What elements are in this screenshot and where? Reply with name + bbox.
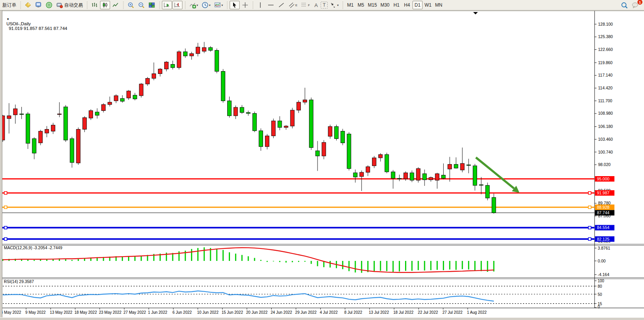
label-tool-glyph: T <box>323 2 326 8</box>
svg-text:9 May 2022: 9 May 2022 <box>25 310 46 315</box>
toolbar-separator <box>86 1 88 9</box>
periods-button[interactable]: ▾ <box>200 1 212 9</box>
timeframe-M15[interactable]: M15 <box>366 1 378 9</box>
zoom-in-icon[interactable] <box>126 1 136 9</box>
window-bottom-edge <box>0 317 644 320</box>
svg-text:125.380: 125.380 <box>598 34 613 39</box>
svg-text:98.020: 98.020 <box>598 162 611 167</box>
svg-text:91.987: 91.987 <box>597 191 609 195</box>
svg-text:106.180: 106.180 <box>598 124 613 129</box>
toolbar-separator <box>19 1 22 9</box>
channel-tool-icon[interactable]: E <box>287 1 299 9</box>
svg-text:114.420: 114.420 <box>598 86 612 90</box>
bar-chart-icon[interactable] <box>89 1 100 9</box>
svg-text:18 Jul 2022: 18 Jul 2022 <box>393 310 414 315</box>
svg-text:4 May 2022: 4 May 2022 <box>1 310 21 315</box>
timeframe-MN[interactable]: MN <box>433 1 444 9</box>
candlestick-chart-icon[interactable] <box>100 1 110 9</box>
svg-text:111.700: 111.700 <box>598 98 612 103</box>
svg-text:13 Jul 2022: 13 Jul 2022 <box>369 310 389 315</box>
timeframe-H1[interactable]: H1 <box>391 1 402 9</box>
indicators-button[interactable]: ▾ <box>188 1 200 9</box>
tile-windows-icon[interactable] <box>147 1 157 9</box>
market-watch-icon[interactable] <box>23 1 33 9</box>
timeframe-D1[interactable]: D1 <box>412 1 423 9</box>
svg-text:1 Jun 2022: 1 Jun 2022 <box>148 310 167 315</box>
arrows-tool-icon[interactable]: ▾ <box>328 1 340 9</box>
timeframe-W1[interactable]: W1 <box>423 1 433 9</box>
toolbar-separator <box>184 1 186 9</box>
chart-shift-icon[interactable] <box>172 1 182 9</box>
svg-text:18 May 2022: 18 May 2022 <box>74 310 97 315</box>
chevron-down-icon: ▾ <box>337 3 339 7</box>
fibonacci-tool-icon[interactable]: F <box>299 1 311 9</box>
signals-icon[interactable] <box>44 1 54 9</box>
svg-text:10 Jun 2022: 10 Jun 2022 <box>197 310 218 315</box>
svg-text:82.125: 82.125 <box>597 237 609 241</box>
toolbar-separator <box>122 1 125 9</box>
chevron-down-icon: ▾ <box>221 3 223 7</box>
svg-text:22 Jul 2022: 22 Jul 2022 <box>418 310 438 315</box>
svg-text:4 Jul 2022: 4 Jul 2022 <box>320 310 338 315</box>
svg-text:88.928: 88.928 <box>597 205 609 210</box>
zoom-out-icon[interactable] <box>136 1 146 9</box>
svg-text:80: 80 <box>598 284 602 289</box>
svg-text:8 Jul 2022: 8 Jul 2022 <box>344 310 363 315</box>
svg-text:24 Jun 2022: 24 Jun 2022 <box>271 310 292 315</box>
auto-scroll-icon[interactable] <box>162 1 172 9</box>
cursor-tool-icon[interactable] <box>230 1 240 9</box>
svg-text:27 Jul 2022: 27 Jul 2022 <box>442 310 463 315</box>
channel-tag: E <box>295 3 297 7</box>
svg-text:100: 100 <box>598 279 604 283</box>
fibo-tag: F <box>308 3 310 7</box>
toolbar-separator <box>341 1 344 9</box>
symbol-dropdown-icon[interactable]: ▼ <box>6 17 9 21</box>
macd-indicator-label: MACD(12,26,9) -3.2054 -2.7449 <box>4 245 62 250</box>
text-tool-glyph: A <box>314 2 318 8</box>
horizontal-line-tool-icon[interactable] <box>266 1 276 9</box>
main-toolbar: 新订单 自动交易 ▾ ▾ <box>0 0 644 10</box>
timeframe-M30[interactable]: M30 <box>379 1 391 9</box>
templates-button[interactable]: ▾ <box>212 1 225 9</box>
new-order-button[interactable]: 新订单 <box>1 1 18 9</box>
notifications-icon[interactable]: 1 <box>630 1 641 9</box>
svg-text:122.660: 122.660 <box>598 47 613 52</box>
text-label-tool-icon[interactable]: T <box>321 2 328 9</box>
svg-text:15 Jun 2022: 15 Jun 2022 <box>221 310 243 315</box>
chart-window[interactable]: 128.100125.380122.660119.860117.140114.4… <box>0 10 644 320</box>
timeframe-M1[interactable]: M1 <box>345 1 355 9</box>
line-chart-icon[interactable] <box>111 1 121 9</box>
toolbar-separator <box>158 1 161 9</box>
timeframe-H4[interactable]: H4 <box>402 1 412 9</box>
svg-text:103.460: 103.460 <box>598 137 613 142</box>
svg-text:95.000: 95.000 <box>597 177 609 181</box>
notification-badge: 1 <box>637 0 642 5</box>
rsi-indicator-label: RSI(14) 29.3587 <box>4 279 34 284</box>
svg-text:-4.164: -4.164 <box>598 272 609 277</box>
timeframe-M5[interactable]: M5 <box>356 1 366 9</box>
svg-text:23 May 2022: 23 May 2022 <box>99 310 121 315</box>
price-chart-canvas[interactable]: 128.100125.380122.660119.860117.140114.4… <box>0 10 644 320</box>
svg-text:13 May 2022: 13 May 2022 <box>50 310 72 315</box>
crosshair-tool-icon[interactable] <box>240 1 250 9</box>
timeframe-group: M1M5M15M30H1H4D1W1MN <box>345 1 444 9</box>
svg-text:100.740: 100.740 <box>598 150 613 154</box>
svg-text:87.744: 87.744 <box>597 210 609 215</box>
auto-trading-button[interactable]: 自动交易 <box>54 1 84 9</box>
vertical-line-tool-icon[interactable] <box>255 1 265 9</box>
chevron-down-icon: ▾ <box>197 3 198 7</box>
toolbar-separator <box>226 1 228 9</box>
svg-text:84.554: 84.554 <box>597 225 609 230</box>
trendline-tool-icon[interactable] <box>276 1 286 9</box>
chevron-down-icon: ▾ <box>209 3 211 7</box>
svg-text:108.980: 108.980 <box>598 111 613 115</box>
search-icon[interactable] <box>619 1 630 9</box>
window-left-edge <box>0 10 2 317</box>
svg-text:50: 50 <box>598 292 602 297</box>
terminal-icon[interactable] <box>33 1 44 9</box>
svg-text:20 Jun 2022: 20 Jun 2022 <box>246 310 268 315</box>
svg-text:3.8761: 3.8761 <box>598 246 610 250</box>
ohlc-readout: 91.019 91.857 87.561 87.744 <box>9 26 67 31</box>
text-tool-icon[interactable]: A <box>312 1 320 9</box>
svg-text:29 Jun 2022: 29 Jun 2022 <box>295 310 317 315</box>
